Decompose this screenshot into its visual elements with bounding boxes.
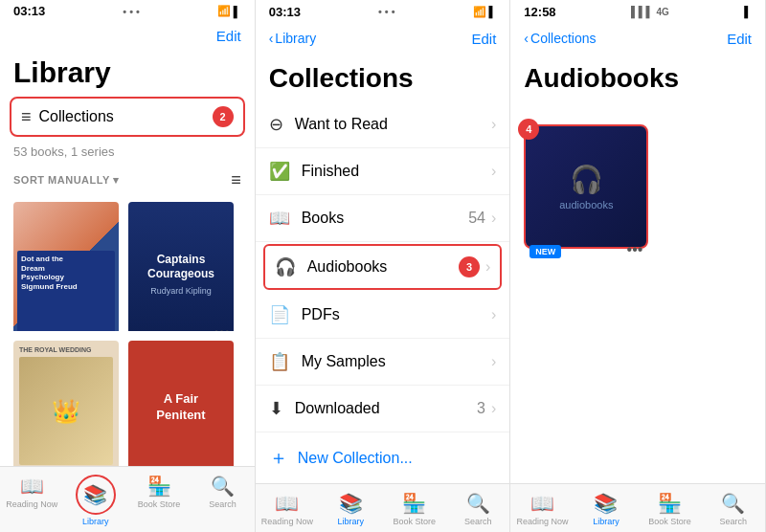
- status-center-1: • • •: [123, 6, 140, 17]
- search-icon-3: 🔍: [721, 492, 745, 515]
- reading-now-icon-1: 📖: [20, 475, 44, 498]
- library-panel: 03:13 • • • 📶 ▌ Edit Library ≡ Collectio…: [0, 0, 256, 532]
- tab-bookstore-2[interactable]: 🏪 Book Store: [383, 490, 446, 528]
- collection-my-samples[interactable]: 📋 My Samples ›: [256, 339, 510, 386]
- dots-2: • • •: [378, 6, 395, 17]
- back-button-3[interactable]: ‹ Collections: [524, 31, 596, 46]
- books-icon: 📖: [269, 208, 290, 229]
- signal-bars-3: ▌▌▌: [631, 6, 653, 17]
- badge-3: 3: [459, 256, 480, 277]
- reading-now-icon-3: 📖: [530, 492, 554, 515]
- collections-list: ⊖ Want to Read › ✅ Finished › 📖 Books 54…: [256, 101, 510, 483]
- status-right-2: 📶 ▌: [473, 6, 497, 18]
- dots-1: • • •: [123, 6, 140, 17]
- book-1-title: Dot and theDreamPsychologySigmund Freud: [21, 255, 111, 291]
- pdfs-label: PDFs: [302, 306, 491, 323]
- tab-library-label-1: Library: [82, 517, 109, 526]
- status-right-1: 📶 ▌: [217, 5, 241, 17]
- tab-bookstore-3[interactable]: 🏪 Book Store: [638, 490, 701, 528]
- tab-search-2[interactable]: 🔍 Search: [446, 490, 509, 528]
- tab-reading-now-3[interactable]: 📖 Reading Now: [510, 490, 574, 528]
- status-center-2: • • •: [378, 6, 395, 17]
- tab-library-2[interactable]: 📚 Library: [319, 490, 382, 528]
- new-collection-button[interactable]: ＋ New Collection...: [256, 432, 510, 483]
- chevron-left-icon-2: ‹: [269, 31, 274, 46]
- collection-downloaded[interactable]: ⬇ Downloaded 3 ›: [256, 386, 510, 432]
- tab-bookstore-1[interactable]: 🏪 Book Store: [127, 473, 191, 528]
- pdfs-icon: 📄: [269, 304, 290, 325]
- audiobook-cover-1[interactable]: 4 🎧 audiobooks: [524, 124, 648, 249]
- collections-panel: 03:13 • • • 📶 ▌ ‹ Library Edit Collectio…: [256, 0, 511, 532]
- chevron-pdfs: ›: [491, 306, 496, 323]
- library-active-circle: 📚: [76, 475, 116, 515]
- my-samples-label: My Samples: [302, 353, 491, 370]
- collections-row[interactable]: ≡ Collections 2: [10, 97, 245, 137]
- status-bar-1: 03:13 • • • 📶 ▌: [0, 0, 255, 20]
- battery-icon-3: ▌: [744, 6, 752, 17]
- wifi-icon-2: 📶: [473, 6, 486, 18]
- new-collection-label: New Collection...: [298, 450, 413, 467]
- reading-now-icon-2: 📖: [275, 492, 299, 515]
- want-to-read-label: Want to Read: [295, 116, 491, 133]
- tab-bookstore-label-3: Book Store: [648, 517, 691, 526]
- downloaded-count: 3: [477, 400, 485, 417]
- tab-library-1[interactable]: 📚 Library: [63, 473, 126, 528]
- edit-button-2[interactable]: Edit: [471, 31, 496, 47]
- tab-search-label-2: Search: [464, 517, 492, 526]
- book-4[interactable]: A FairPenitent: [128, 341, 234, 466]
- bookstore-icon-3: 🏪: [658, 492, 682, 515]
- books-grid-bottom: THE ROYAL WEDDING 👑 A FairPenitent: [0, 331, 255, 466]
- plus-icon: ＋: [269, 445, 288, 471]
- list-view-icon[interactable]: ≡: [231, 170, 241, 190]
- audiobook-three-dots[interactable]: •••: [627, 241, 643, 258]
- edit-button-3[interactable]: Edit: [727, 31, 752, 47]
- tab-library-label-2: Library: [338, 517, 365, 526]
- collection-books[interactable]: 📖 Books 54 ›: [256, 195, 510, 242]
- books-count-badge: 54: [468, 210, 485, 227]
- book-3-title: THE ROYAL WEDDING: [19, 346, 113, 353]
- chevron-want-to-read: ›: [491, 116, 496, 133]
- book-1[interactable]: Dot and theDreamPsychologySigmund Freud: [13, 202, 119, 331]
- edit-button-1[interactable]: Edit: [216, 28, 241, 44]
- tab-library-3[interactable]: 📚 Library: [574, 490, 638, 528]
- tab-reading-now-label-2: Reading Now: [261, 517, 313, 526]
- three-dots-1[interactable]: •••: [214, 324, 230, 331]
- my-samples-icon: 📋: [269, 351, 290, 372]
- finished-label: Finished: [302, 163, 491, 180]
- search-icon-1: 🔍: [211, 475, 235, 498]
- book-3[interactable]: THE ROYAL WEDDING 👑: [13, 341, 119, 466]
- collection-audiobooks[interactable]: 🎧 Audiobooks 3 ›: [263, 244, 503, 290]
- audiobooks-grid: 4 🎧 audiobooks NEW •••: [510, 101, 765, 483]
- book-2-title: Captains Courageous: [136, 253, 226, 282]
- chevron-finished: ›: [491, 163, 496, 180]
- tab-library-label-3: Library: [593, 517, 620, 526]
- wifi-icon-1: 📶: [217, 5, 231, 17]
- status-bar-3: 12:58 ▌▌▌ 4G ▌: [510, 0, 765, 21]
- battery-icon-1: ▌: [234, 6, 241, 17]
- tab-search-3[interactable]: 🔍 Search: [702, 490, 765, 528]
- bottom-tabs-3: 📖 Reading Now 📚 Library 🏪 Book Store 🔍 S…: [510, 483, 765, 532]
- book-2[interactable]: Captains Courageous Rudyard Kipling NEW …: [128, 202, 234, 331]
- nav-bar-2: ‹ Library Edit: [256, 21, 510, 57]
- page-title-1: Library: [0, 53, 255, 93]
- tab-reading-now-1[interactable]: 📖 Reading Now: [0, 473, 63, 528]
- bookstore-icon-1: 🏪: [147, 475, 171, 498]
- chevron-audiobooks: ›: [485, 258, 490, 276]
- book-4-title: A FairPenitent: [156, 391, 205, 424]
- downloaded-label: Downloaded: [295, 400, 477, 417]
- bookstore-icon-2: 🏪: [402, 492, 426, 515]
- tab-bookstore-label-1: Book Store: [138, 499, 181, 509]
- back-button-2[interactable]: ‹ Library: [269, 31, 316, 46]
- collection-pdfs[interactable]: 📄 PDFs ›: [256, 292, 510, 339]
- collection-want-to-read[interactable]: ⊖ Want to Read ›: [256, 101, 510, 148]
- collections-icon: ≡: [21, 107, 32, 127]
- sort-label[interactable]: SORT MANUALLY ▾: [13, 174, 120, 187]
- tab-bookstore-label-2: Book Store: [393, 517, 436, 526]
- collection-finished[interactable]: ✅ Finished ›: [256, 148, 510, 195]
- tab-reading-now-2[interactable]: 📖 Reading Now: [256, 490, 319, 528]
- tab-search-1[interactable]: 🔍 Search: [191, 473, 254, 528]
- audiobook-new-badge: NEW: [529, 245, 561, 258]
- time-2: 03:13: [269, 5, 301, 19]
- downloaded-icon: ⬇: [269, 398, 283, 419]
- bottom-tabs-2: 📖 Reading Now 📚 Library 🏪 Book Store 🔍 S…: [256, 483, 510, 532]
